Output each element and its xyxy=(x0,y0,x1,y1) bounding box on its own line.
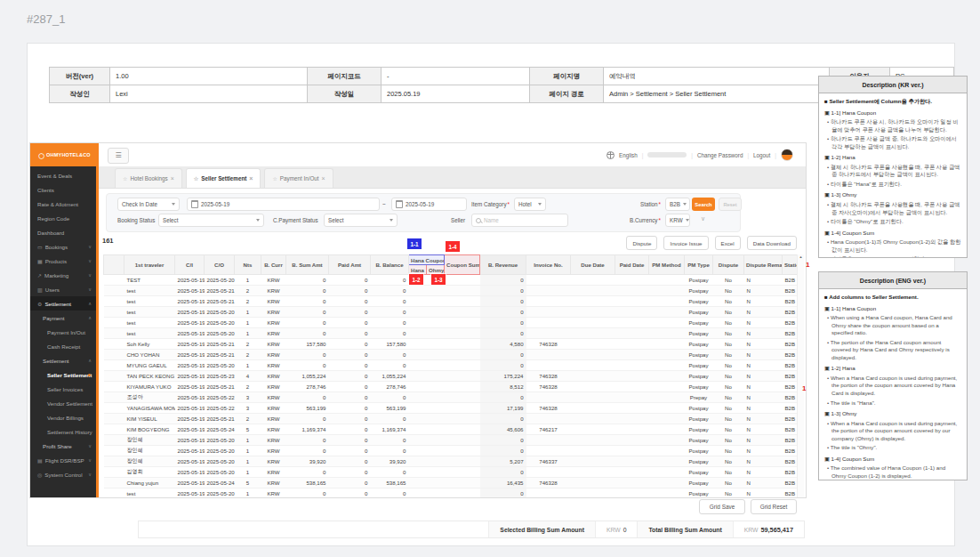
col-b-curr[interactable]: B. Curr xyxy=(261,255,286,275)
row-select-cell[interactable] xyxy=(104,478,125,488)
row-select-cell[interactable] xyxy=(104,456,125,467)
col-b-sum-amt[interactable]: B. Sum Amt xyxy=(286,255,329,275)
table-row[interactable]: TEST2025-05-192025-05-201KRW0000PostpayN… xyxy=(104,275,798,286)
table-row[interactable]: test2025-05-192025-05-201KRW0000PostpayN… xyxy=(104,318,798,328)
col-paid-date[interactable]: Paid Date xyxy=(615,255,649,275)
sidebar-item-products[interactable]: ▦Products∨ xyxy=(30,254,96,268)
row-select-cell[interactable] xyxy=(104,328,125,339)
col-hana[interactable]: Hana xyxy=(409,265,427,275)
row-select-cell[interactable] xyxy=(104,382,125,392)
sidebar-item-users[interactable]: ▥Users∨ xyxy=(30,282,96,296)
sidebar-item-rate-allotment[interactable]: Rate & Allotment xyxy=(30,197,96,211)
sidebar-item-event-deals[interactable]: Event & Deals xyxy=(30,168,96,182)
col-b-balance[interactable]: B. Balance xyxy=(371,255,409,275)
data-download-button[interactable]: Data Download xyxy=(747,236,797,250)
sidebar-item-clients[interactable]: Clients xyxy=(30,182,96,197)
logout-link[interactable]: Logout xyxy=(753,152,770,158)
b-currency-select[interactable]: KRW xyxy=(665,214,690,227)
col-invoice-no[interactable]: Invoice No. xyxy=(526,255,571,275)
col-coupon-sum[interactable]: Coupon Sum xyxy=(445,255,480,275)
col-b-revenue[interactable]: B. Revenue xyxy=(480,255,526,275)
table-row[interactable]: test2025-05-192025-05-201KRW0000PostpayN… xyxy=(104,328,798,339)
dispute-button[interactable]: Dispute xyxy=(626,236,657,250)
sidebar-item-payment[interactable]: Payment∧ xyxy=(30,311,96,325)
col-pm-type[interactable]: PM Type xyxy=(685,255,713,275)
seller-search-input[interactable]: Name xyxy=(471,214,568,227)
table-row[interactable]: 조성아2025-05-192025-05-223KRW0000PrepayNoN… xyxy=(104,392,798,403)
row-select-cell[interactable] xyxy=(104,275,125,286)
row-select-cell[interactable] xyxy=(104,467,125,478)
col-co[interactable]: C/O xyxy=(205,255,235,275)
col-station[interactable]: Station xyxy=(783,255,797,275)
row-select-cell[interactable] xyxy=(104,296,125,307)
table-row[interactable]: Chiang yujun2025-05-192025-05-245KRW538,… xyxy=(104,478,798,488)
close-icon[interactable]: × xyxy=(322,175,325,182)
table-row[interactable]: YANAGISAWA MOMOKO2025-05-192025-05-223KR… xyxy=(104,403,798,414)
favorite-star-icon[interactable]: ☆ xyxy=(123,175,127,182)
sidebar-item-seller-invoices[interactable]: Seller Invoices xyxy=(30,382,96,396)
excel-button[interactable]: Excel xyxy=(715,236,741,250)
col-ohmy[interactable]: Ohmy xyxy=(427,265,445,275)
sidebar-item-profit-share[interactable]: Profit Share∨ xyxy=(30,439,96,453)
filter-expand-chevron-icon[interactable]: ∨ xyxy=(701,215,705,222)
select-all-header[interactable] xyxy=(104,255,125,275)
col-paid-amt[interactable]: Paid Amt xyxy=(329,255,371,275)
sidebar-item-flight-dsr-bsp[interactable]: ▤Flight DSR/BSP∨ xyxy=(30,453,96,467)
grid-save-button[interactable]: Grid Save xyxy=(699,499,745,514)
date-type-select[interactable]: Check In Date xyxy=(117,198,180,211)
booking-status-select[interactable]: Select xyxy=(158,214,264,227)
close-icon[interactable]: × xyxy=(249,175,253,182)
table-row[interactable]: test2025-05-192025-05-212KRW0000PostpayN… xyxy=(104,286,798,296)
grid-vertical-scrollbar[interactable]: ▲ xyxy=(797,254,804,497)
row-select-cell[interactable] xyxy=(104,446,125,456)
tab-hotel-bookings[interactable]: ☆Hotel Bookings× xyxy=(115,168,182,188)
scroll-up-icon[interactable]: ▲ xyxy=(798,254,804,260)
row-select-cell[interactable] xyxy=(104,435,125,446)
avatar[interactable] xyxy=(781,149,793,161)
row-select-cell[interactable] xyxy=(104,403,125,414)
row-select-cell[interactable] xyxy=(104,307,125,318)
row-select-cell[interactable] xyxy=(104,286,125,296)
col-group-hana-coupon[interactable]: Hana Coupon xyxy=(409,255,445,265)
row-select-cell[interactable] xyxy=(104,414,125,424)
sidebar-item-settlement[interactable]: Settlement∧ xyxy=(30,353,96,367)
sidebar-item-region-code[interactable]: Region Code xyxy=(30,211,96,225)
station-select[interactable]: B2B xyxy=(665,198,690,211)
table-row[interactable]: test2025-05-192025-05-201KRW0000PostpayN… xyxy=(104,307,798,318)
favorite-star-icon[interactable]: ☆ xyxy=(272,175,277,182)
sidebar-item-seller-settlement[interactable]: Seller Settlement xyxy=(30,367,96,382)
row-select-cell[interactable] xyxy=(104,371,125,382)
row-select-cell[interactable] xyxy=(104,488,125,498)
table-row[interactable]: 장인혜2025-05-192025-05-201KRW0000PostpayNo… xyxy=(104,435,798,446)
table-row[interactable]: TAN PECK KEONG2025-05-192025-05-234KRW1,… xyxy=(104,371,798,382)
sidebar-item-vendor-billings[interactable]: Vendor Billings xyxy=(30,410,96,424)
col-dispute-remark[interactable]: Dispute Remark xyxy=(744,255,783,275)
row-select-cell[interactable] xyxy=(104,424,125,435)
table-row[interactable]: CHO YOHAN2025-05-192025-05-212KRW0000Pos… xyxy=(104,350,798,360)
col-1st-traveler[interactable]: 1st traveler xyxy=(125,255,175,275)
sidebar-item-settlement[interactable]: ⚙Settlement∧ xyxy=(30,296,96,311)
table-row[interactable]: MYUNG GAEUL2025-05-192025-05-201KRW0000P… xyxy=(104,360,798,371)
menu-toggle-button[interactable]: ☰ xyxy=(108,148,129,164)
row-select-cell[interactable] xyxy=(104,318,125,328)
col-nts[interactable]: Nts xyxy=(235,255,261,275)
row-select-cell[interactable] xyxy=(104,339,125,350)
table-row[interactable]: 장인혜2025-05-192025-05-201KRW39,920039,920… xyxy=(104,456,798,467)
search-button[interactable]: Search xyxy=(692,198,715,211)
sidebar-item-vendor-settlement[interactable]: Vendor Settlement xyxy=(30,396,96,410)
sidebar-item-system-control[interactable]: ◎System Control∨ xyxy=(30,467,96,481)
col-pm-method[interactable]: PM Method xyxy=(649,255,685,275)
sidebar-item-payment-in-out[interactable]: Payment In/Out xyxy=(30,325,96,339)
sidebar-item-bookings[interactable]: ▭Bookings∨ xyxy=(30,239,96,254)
table-row[interactable]: test2025-05-192025-05-201KRW0000PostpayN… xyxy=(104,488,798,498)
row-select-cell[interactable] xyxy=(104,392,125,403)
row-select-cell[interactable] xyxy=(104,360,125,371)
close-icon[interactable]: × xyxy=(171,175,174,182)
sidebar-item-settlement-history[interactable]: Settlement History xyxy=(30,424,96,439)
logo[interactable]: ◯ OHMYHOTEL&CO xyxy=(30,143,99,166)
item-category-select[interactable]: Hotel xyxy=(514,198,546,211)
table-row[interactable]: test2025-05-192025-05-212KRW0000PostpayN… xyxy=(104,296,798,307)
tab-payment-in-out[interactable]: ☆Payment In/Out× xyxy=(264,168,333,188)
table-row[interactable]: 김영희2025-05-192025-05-201KRW0000PostpayNo… xyxy=(104,467,798,478)
c-payment-status-select[interactable]: Select xyxy=(324,214,398,227)
